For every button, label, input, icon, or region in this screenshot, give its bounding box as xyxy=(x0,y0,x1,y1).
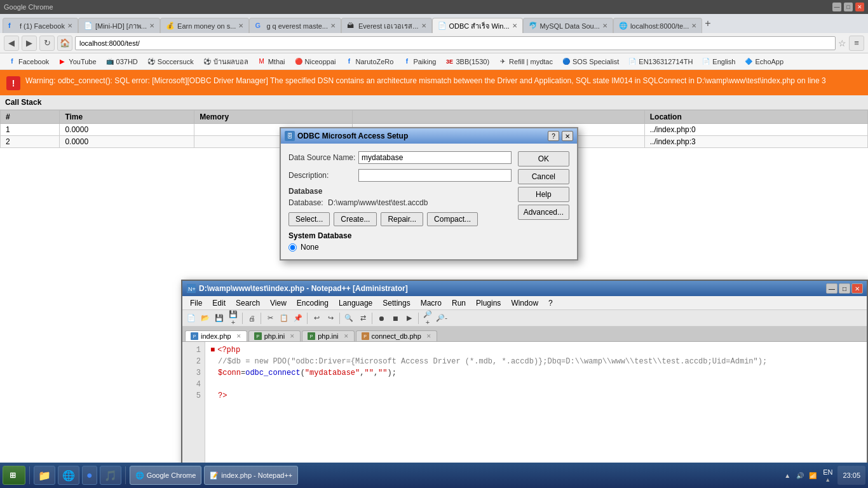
toolbar-zoom-out[interactable]: 🔎- xyxy=(435,312,448,325)
bookmark-037hd[interactable]: 📺 037HD xyxy=(102,56,142,67)
toolbar-macro-rec[interactable]: ⏺ xyxy=(375,312,388,325)
bookmark-niceoppai[interactable]: 🔴 Niceoppai xyxy=(290,56,340,67)
connectdb-tab-close[interactable]: ✕ xyxy=(426,333,431,339)
tab-close-google[interactable]: ✕ xyxy=(330,22,336,29)
phpini1-tab-close[interactable]: ✕ xyxy=(290,333,295,339)
toolbar-replace[interactable]: ⇄ xyxy=(356,312,369,325)
repair-button[interactable]: Repair... xyxy=(381,212,423,226)
toolbar-saveall[interactable]: 💾+ xyxy=(227,312,240,325)
tab-close-mysql[interactable]: ✕ xyxy=(602,22,607,29)
bookmark-english[interactable]: 📄 English xyxy=(698,56,739,67)
chrome-menu-button[interactable]: ≡ xyxy=(849,36,864,51)
bookmark-3bb[interactable]: 3E 3BB(1530) xyxy=(441,56,493,67)
tab-close-everest1[interactable]: ✕ xyxy=(421,22,426,29)
menu-run[interactable]: Run xyxy=(447,297,471,309)
bookmark-mthai[interactable]: M Mthai xyxy=(254,56,289,67)
menu-file[interactable]: File xyxy=(185,297,207,309)
bookmark-youtube[interactable]: ▶ YouTube xyxy=(54,56,100,67)
bookmark-naruto[interactable]: f NarutoZeRo xyxy=(341,56,397,67)
tab-close-facebook[interactable]: ✕ xyxy=(67,22,72,29)
toolbar-cut[interactable]: ✂ xyxy=(264,312,276,325)
menu-plugins[interactable]: Plugins xyxy=(471,297,506,309)
toolbar-paste[interactable]: 📌 xyxy=(292,312,304,325)
toolbar-save[interactable]: 💾 xyxy=(213,312,226,325)
menu-encoding[interactable]: Encoding xyxy=(292,297,334,309)
notepad-maximize-btn[interactable]: □ xyxy=(839,283,850,294)
bookmark-echoapp[interactable]: 🔷 EchoApp xyxy=(740,56,787,67)
menu-help[interactable]: ? xyxy=(543,297,558,309)
toolbar-redo[interactable]: ↪ xyxy=(324,312,337,325)
dialog-help-btn[interactable]: ? xyxy=(548,131,559,141)
taskbar-ie-btn[interactable]: 🌐 xyxy=(58,466,79,485)
code-editor[interactable]: ■ <?php //$db = new PDO("odbc:Driver={Mi… xyxy=(205,342,867,463)
bookmark-facebook[interactable]: f Facebook xyxy=(4,56,53,67)
dsn-input[interactable] xyxy=(358,151,512,164)
np-tab-phpini1[interactable]: P php.ini ✕ xyxy=(248,330,301,341)
tab-close-localhost[interactable]: ✕ xyxy=(691,22,696,29)
advanced-button[interactable]: Advanced... xyxy=(518,205,569,220)
toolbar-macro-play[interactable]: ▶ xyxy=(403,312,416,325)
address-bar[interactable] xyxy=(75,36,836,50)
maximize-icon[interactable]: □ xyxy=(844,3,853,11)
menu-window[interactable]: Window xyxy=(506,297,543,309)
tab-mysql[interactable]: 🐬 MySQL Data Sou... ✕ xyxy=(523,18,613,33)
toolbar-macro-stop[interactable]: ⏹ xyxy=(389,312,402,325)
bookmark-paiking[interactable]: f Paiking xyxy=(398,56,440,67)
bookmark-refill[interactable]: ✈ Refill | mydtac xyxy=(494,56,557,67)
np-tab-index[interactable]: P index.php ✕ xyxy=(185,330,247,341)
home-button[interactable]: 🏠 xyxy=(57,36,72,51)
toolbar-open[interactable]: 📂 xyxy=(199,312,212,325)
menu-view[interactable]: View xyxy=(265,297,292,309)
toolbar-zoom-in[interactable]: 🔎+ xyxy=(421,312,434,325)
reload-button[interactable]: ↻ xyxy=(39,36,55,51)
ok-button[interactable]: OK xyxy=(518,151,569,166)
notepad-close-btn[interactable]: ✕ xyxy=(851,283,863,294)
toolbar-undo[interactable]: ↩ xyxy=(310,312,323,325)
menu-edit[interactable]: Edit xyxy=(207,297,231,309)
taskbar-foobar-btn[interactable]: 🎵 xyxy=(100,466,121,485)
select-button[interactable]: Select... xyxy=(288,212,330,226)
notepad-minimize-btn[interactable]: — xyxy=(826,283,837,294)
tab-minihd[interactable]: 📄 [Mini-HD] [ภาพ... ✕ xyxy=(78,18,160,33)
menu-language[interactable]: Language xyxy=(334,297,377,309)
menu-search[interactable]: Search xyxy=(231,297,265,309)
menu-macro[interactable]: Macro xyxy=(416,297,447,309)
toolbar-copy[interactable]: 📋 xyxy=(278,312,290,325)
desc-input[interactable] xyxy=(358,169,512,182)
bookmark-soccersuck[interactable]: ⚽ Soccersuck xyxy=(143,56,198,67)
taskbar-chrome-btn[interactable]: ● xyxy=(82,466,97,485)
toolbar-print[interactable]: 🖨 xyxy=(245,312,258,325)
tab-earnmoney[interactable]: 💰 Earn money on s... ✕ xyxy=(160,18,249,33)
close-icon[interactable]: ✕ xyxy=(855,3,864,11)
bookmark-en136[interactable]: 📄 EN136312714TH xyxy=(624,56,696,67)
taskbar-explorer-btn[interactable]: 📁 xyxy=(34,466,55,485)
compact-button[interactable]: Compact... xyxy=(427,212,478,226)
start-button[interactable]: ⊞ xyxy=(3,466,25,485)
index-tab-close[interactable]: ✕ xyxy=(236,333,241,339)
tab-close-earnmoney[interactable]: ✕ xyxy=(238,22,243,29)
tab-close-odbc[interactable]: ✕ xyxy=(512,22,517,29)
tab-facebook[interactable]: f f (1) Facebook ✕ xyxy=(3,18,78,33)
tab-odbc[interactable]: 📄 ODBC สำเร็จ Win... ✕ xyxy=(432,18,523,33)
minimize-icon[interactable]: — xyxy=(832,3,841,11)
tab-everest1[interactable]: 🏔 Everest เอเวอเรส... ✕ xyxy=(341,18,432,33)
toolbar-new[interactable]: 📄 xyxy=(185,312,198,325)
tab-localhost[interactable]: 🌐 localhost:8000/te... ✕ xyxy=(613,18,702,33)
bookmark-star-icon[interactable]: ☆ xyxy=(838,38,846,48)
taskbar-chrome-window-btn[interactable]: 🌐 Google Chrome xyxy=(130,466,202,485)
cancel-button[interactable]: Cancel xyxy=(518,169,569,184)
np-tab-phpini2[interactable]: P php.ini ✕ xyxy=(302,330,354,341)
dialog-close-btn[interactable]: ✕ xyxy=(562,131,573,141)
create-button[interactable]: Create... xyxy=(334,212,377,226)
np-tab-connectdb[interactable]: P connect_db.php ✕ xyxy=(356,330,437,341)
bookmark-baan[interactable]: ⚽ บ้านผลบอล xyxy=(199,55,252,69)
none-radio[interactable] xyxy=(288,243,297,252)
forward-button[interactable]: ▶ xyxy=(22,36,37,51)
taskbar-notepad-window-btn[interactable]: 📝 index.php - Notepad++ xyxy=(204,466,298,485)
menu-settings[interactable]: Settings xyxy=(377,297,415,309)
toolbar-find[interactable]: 🔍 xyxy=(342,312,355,325)
tab-close-minihd[interactable]: ✕ xyxy=(149,22,154,29)
phpini2-tab-close[interactable]: ✕ xyxy=(344,333,349,339)
new-tab-button[interactable]: + xyxy=(705,18,710,29)
help-button[interactable]: Help xyxy=(518,187,569,202)
